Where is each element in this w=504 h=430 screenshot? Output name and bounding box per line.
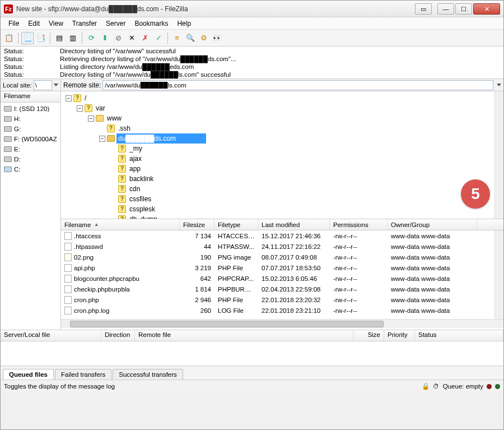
tree-scrollbar[interactable] [494, 91, 503, 219]
search-icon[interactable]: 🔍 [184, 32, 197, 44]
file-size: 260 [180, 307, 214, 314]
file-row[interactable]: .htpasswd44HTPASSW...24.11.2017 22:16:22… [61, 241, 503, 252]
menu-bookmarks[interactable]: Bookmarks [130, 19, 172, 29]
site-manager-icon[interactable]: 📋 [3, 32, 15, 44]
col-filename[interactable]: Filename▲ [61, 219, 180, 230]
tree-node[interactable]: db_dump [128, 214, 159, 219]
folder-unknown-icon: ? [118, 165, 126, 173]
menu-edit[interactable]: Edit [24, 19, 44, 29]
menu-server[interactable]: Server [101, 19, 130, 29]
toggle-split-icon[interactable]: ▥ [67, 32, 79, 44]
tab-queued[interactable]: Queued files [3, 369, 54, 380]
tab-successful[interactable]: Successful transfers [113, 369, 183, 380]
drive-item[interactable]: I: (SSD 120) [1, 104, 60, 114]
compare-icon[interactable]: ⚙ [198, 32, 210, 44]
statusbar: Toggles the display of the message log 🔒… [1, 380, 503, 392]
file-row[interactable]: blogcounter.phpcrapbu642PHPCRAP...15.02.… [61, 273, 503, 284]
tree-node[interactable]: _my [128, 144, 144, 154]
col-server-localfile[interactable]: Server/Local file [1, 330, 101, 341]
drive-item[interactable]: H: [1, 114, 60, 124]
tree-node[interactable]: ajax [128, 154, 143, 164]
reconnect-icon[interactable]: ✗ [139, 32, 151, 44]
local-site-label: Local site: [3, 82, 32, 89]
dropdown-icon[interactable] [54, 84, 58, 86]
tab-failed[interactable]: Failed transfers [55, 369, 111, 380]
tree-node[interactable]: var [94, 103, 107, 113]
local-path-input[interactable] [34, 80, 52, 90]
file-row[interactable]: cron.php2 946PHP File22.01.2018 23:20:32… [61, 294, 503, 305]
filter-icon[interactable]: ≡ [171, 32, 183, 44]
tree-collapse-icon[interactable]: − [88, 115, 94, 122]
tree-node[interactable]: cssfiles [128, 194, 153, 204]
tree-node[interactable]: app [128, 164, 142, 174]
menu-transfer[interactable]: Transfer [68, 19, 101, 29]
window-popout-button[interactable]: ▭ [415, 3, 432, 15]
col-filesize[interactable]: Filesize [180, 219, 214, 230]
disconnect-icon[interactable]: ✕ [125, 32, 138, 44]
remote-path-input[interactable] [102, 80, 493, 90]
col-status[interactable]: Status [415, 330, 503, 341]
file-icon [64, 275, 72, 283]
menu-view[interactable]: View [44, 19, 68, 29]
toggle-queue-icon[interactable]: ▤ [53, 32, 66, 44]
tree-collapse-icon[interactable]: − [99, 136, 105, 142]
process-queue-icon[interactable]: ⬍ [99, 32, 111, 44]
file-type: LOG File [214, 307, 258, 314]
drive-item[interactable]: G: [1, 124, 60, 134]
local-column-header[interactable]: Filename [1, 91, 60, 103]
binoculars-icon[interactable]: 👀 [211, 32, 223, 44]
filelist-scrollbar[interactable] [494, 230, 503, 321]
tree-node[interactable]: .ssh [116, 123, 132, 133]
drive-item[interactable]: C: [1, 164, 60, 174]
tree-node[interactable]: backlink [128, 174, 155, 184]
window-minimize-button[interactable]: — [437, 3, 454, 15]
tree-collapse-icon[interactable]: − [66, 95, 72, 101]
toggle-tree-icon[interactable]: 📑 [35, 32, 47, 44]
file-row[interactable]: .htaccess7 134HTACCESS...15.12.2017 21:4… [61, 230, 503, 241]
file-permissions: -rw-r--r-- [330, 265, 388, 271]
file-icon [64, 253, 72, 261]
toggle-log-icon[interactable]: 📃 [21, 32, 34, 44]
tree-node[interactable]: / [83, 93, 88, 103]
file-permissions: -rw-r--r-- [330, 286, 388, 293]
col-permissions[interactable]: Permissions [330, 219, 388, 230]
drive-item[interactable]: F: (WD5000AZ [1, 134, 60, 144]
window-close-button[interactable]: ✕ [473, 3, 500, 15]
file-permissions: -rw-r--r-- [330, 254, 388, 261]
col-modified[interactable]: Last modified [258, 219, 330, 230]
tree-collapse-icon[interactable]: − [77, 105, 83, 112]
menu-file[interactable]: File [4, 19, 24, 29]
file-row[interactable]: cron.php.log260LOG File22.01.2018 23:21:… [61, 305, 503, 316]
tree-node[interactable]: cssplesk [128, 204, 157, 214]
file-owner: www-data www-data [388, 286, 477, 293]
file-size: 3 219 [180, 265, 214, 271]
remote-tree[interactable]: −?/ −?var −www ?.ssh −du██████ds.com ?_m… [61, 91, 503, 219]
cancel-icon[interactable]: ⊘ [112, 32, 124, 44]
folder-unknown-icon: ? [118, 175, 126, 183]
refresh-icon[interactable]: ⟳ [85, 32, 97, 44]
col-filetype[interactable]: Filetype [214, 219, 258, 230]
col-owner[interactable]: Owner/Group [388, 219, 477, 230]
file-row[interactable]: checkip.phpburpbla1 814PHPBURPB...02.04.… [61, 284, 503, 294]
file-size: 44 [180, 243, 214, 250]
drive-item[interactable]: D: [1, 154, 60, 164]
file-modified: 08.07.2017 0:49:08 [258, 254, 330, 261]
dropdown-icon[interactable] [497, 84, 501, 86]
tree-node-selected[interactable]: du██████ds.com [116, 133, 206, 144]
drive-icon [4, 126, 12, 132]
file-permissions: -rw-r--r-- [330, 233, 388, 239]
file-row[interactable]: api.php3 219PHP File07.07.2017 18:53:50-… [61, 262, 503, 273]
action-icon[interactable]: ✓ [152, 32, 165, 44]
tree-node[interactable]: cdn [128, 184, 142, 194]
col-direction[interactable]: Direction [101, 330, 135, 341]
drive-icon [4, 106, 12, 112]
drive-item[interactable]: E: [1, 144, 60, 154]
menu-help[interactable]: Help [172, 19, 195, 29]
window-maximize-button[interactable]: ☐ [455, 3, 472, 15]
file-row[interactable]: 02.png190PNG image08.07.2017 0:49:08-rw-… [61, 252, 503, 262]
tree-node[interactable]: www [105, 113, 123, 123]
col-priority[interactable]: Priority [384, 330, 415, 341]
col-remotefile[interactable]: Remote file [135, 330, 353, 341]
filelist-hscroll[interactable] [61, 319, 503, 328]
col-size[interactable]: Size [353, 330, 384, 341]
